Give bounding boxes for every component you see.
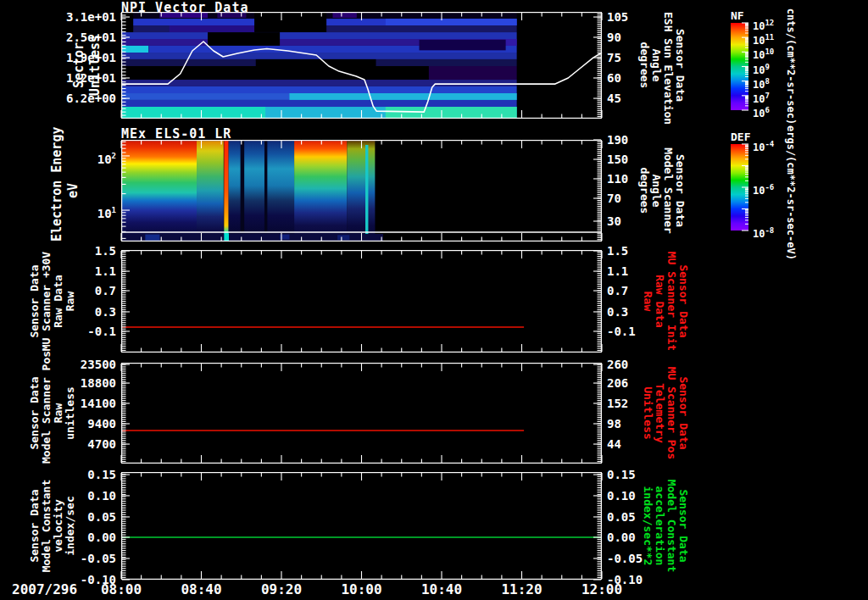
axis-label-line: MU Scanner Pos xyxy=(665,363,677,464)
plot-area-p1 xyxy=(121,12,602,119)
axis-label-line: Sensor Data xyxy=(29,472,41,580)
axis-label-line: Model Scanner xyxy=(662,140,674,242)
axis-label-line: Sector xyxy=(71,12,87,119)
colorbar-tick-label: 1010 xyxy=(753,45,787,58)
axis-label-line: Model Constant xyxy=(41,472,53,580)
right-axis-label-p5: Sensor DataModel Constantaccelerationind… xyxy=(642,472,689,580)
colorbar-tick-label: 1011 xyxy=(753,31,787,44)
time-tick-label: 12:00 xyxy=(568,581,636,597)
plot-area-p4 xyxy=(121,363,602,464)
colorbar-tick-label: 1012 xyxy=(753,16,787,30)
y-axis-label-p4: Sensor DataModel Scanner PosRawunitless xyxy=(29,363,76,464)
axis-label-line: Telemetry xyxy=(654,363,665,464)
axis-label-line: index/sec xyxy=(64,472,76,580)
time-tick-label: 09:20 xyxy=(248,581,315,597)
colorbar-tick-label: 108 xyxy=(753,75,787,88)
axis-label-line: ESH Sun Elevation xyxy=(662,12,674,119)
plot-area-p5 xyxy=(121,472,602,580)
axis-label-line: MU Scanner +30V xyxy=(41,250,53,353)
colorbar-tick-label: 106 xyxy=(753,103,787,117)
axis-label-line: unitless xyxy=(64,363,76,464)
colorbar-ticks-nf xyxy=(731,23,748,110)
axis-label-line: Sensor Data xyxy=(29,250,41,353)
y-axis-label-p3: Sensor DataMU Scanner +30VRaw DataRaw xyxy=(29,250,76,353)
axis-label-line: Raw Data xyxy=(654,250,665,353)
axis-label-line: eV xyxy=(65,140,81,242)
axis-label-line: Electron Energy xyxy=(49,140,65,242)
axis-label-line: Angle xyxy=(650,12,662,119)
right-axis-label-p1: Sensor DataESH Sun ElevationAngledegrees xyxy=(638,12,686,119)
axis-label-line: Sensor Data xyxy=(677,250,689,353)
axis-label-line: Sensor Data xyxy=(677,472,689,580)
right-axis-label-p4: Sensor DataMU Scanner PosTelemetryUnitle… xyxy=(642,363,689,464)
plot-area-p3 xyxy=(121,250,602,353)
right-axis-label-p3: Sensor DataMU Scanner InitRaw DataRaw xyxy=(642,250,689,353)
colorbar-tick-label: 10-4 xyxy=(753,137,787,151)
colorbar-unit-nf: cnts/(cm**2-sr-sec) xyxy=(785,4,797,129)
axis-label-line: Sensor Data xyxy=(674,12,686,119)
axis-label-line: Raw xyxy=(642,250,654,353)
axis-label-line: Model Constant xyxy=(665,472,677,580)
plot-page: NPI Vector Data MEx ELS-01 LR 2007/296 3… xyxy=(0,0,868,600)
axis-label-line: Angle xyxy=(650,140,662,242)
axis-label-line: Raw xyxy=(53,363,64,464)
axis-label-line: velocity xyxy=(53,472,64,580)
time-tick-label: 08:00 xyxy=(87,581,155,597)
axis-label-line: Sensor Data xyxy=(29,363,41,464)
axis-label-line: ergs/(cm**2-sr-sec-eV) xyxy=(785,125,797,249)
axis-label-line: index/sec**2 xyxy=(642,472,654,580)
axis-label-line: Unitless xyxy=(642,363,654,464)
right-axis-label-p2: Sensor DataModel ScannerAngledegrees xyxy=(638,140,686,242)
axis-label-line: Raw xyxy=(64,250,76,353)
time-tick-label: 08:40 xyxy=(168,581,236,597)
colorbar-tick-label: 109 xyxy=(753,60,787,74)
y-axis-label-p5: Sensor DataModel Constantvelocityindex/s… xyxy=(29,472,76,580)
axis-label-line: cnts/(cm**2-sr-sec) xyxy=(785,4,797,129)
axis-label-line: MU Scanner Init xyxy=(665,250,677,353)
colorbar-ticks-def xyxy=(731,144,748,231)
time-tick-label: 10:40 xyxy=(408,581,476,597)
plot-area-p2 xyxy=(121,140,602,242)
axis-label-line: Unitless xyxy=(87,12,103,119)
y-axis-label-p2: Electron EnergyeV xyxy=(49,140,81,242)
time-tick-label: 11:20 xyxy=(488,581,556,597)
colorbar-tick-label: 107 xyxy=(753,89,787,103)
axis-label-line: degrees xyxy=(638,140,650,242)
colorbar-tick-label: 10-6 xyxy=(753,181,787,194)
y-axis-label-p1: SectorUnitless xyxy=(71,12,103,119)
axis-label-line: acceleration xyxy=(654,472,665,580)
axis-label-line: Sensor Data xyxy=(674,140,686,242)
colorbar-tick-label: 10-8 xyxy=(753,224,787,237)
axis-label-line: degrees xyxy=(638,12,650,119)
time-tick-label: 10:00 xyxy=(328,581,396,597)
axis-label-line: Raw Data xyxy=(53,250,64,353)
axis-label-line: Sensor Data xyxy=(677,363,689,464)
colorbar-unit-def: ergs/(cm**2-sr-sec-eV) xyxy=(785,125,797,249)
axis-label-line: Model Scanner Pos xyxy=(41,363,53,464)
